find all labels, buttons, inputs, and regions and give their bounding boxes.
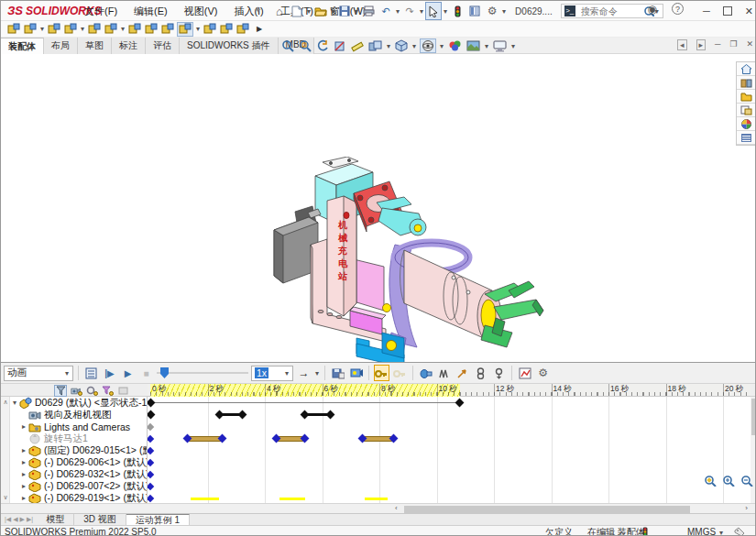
tree-item[interactable]: ▸Lights and Cameras [19,421,130,432]
hide-show-dropdown[interactable]: ▾ [387,42,390,50]
key-point[interactable] [148,410,155,420]
results-plots-button[interactable] [517,365,532,381]
highlight-bar[interactable] [191,498,219,500]
open-button[interactable] [312,2,329,20]
key-point[interactable] [148,422,154,430]
home-button[interactable]: ⌂ [271,2,288,20]
tool-插入零部件[interactable] [23,22,38,37]
design-library-icon[interactable] [737,76,756,90]
key-point[interactable] [326,410,335,420]
edit-appearance-icon[interactable] [447,38,463,53]
study-type-select[interactable]: 动画▾ [4,366,73,381]
redo-dropdown[interactable]: ▾ [420,7,423,16]
options-dropdown[interactable]: ▾ [502,7,506,16]
key-point[interactable] [148,434,154,442]
window-close-icon[interactable]: ✕ [747,39,754,50]
view-orientation-icon[interactable] [394,38,409,53]
window-previous-icon[interactable]: ◂ [677,39,687,50]
tree-expander-icon[interactable]: ▸ [19,470,28,478]
add-key-button[interactable] [392,365,408,381]
slider-thumb[interactable] [160,367,169,378]
tree-item[interactable]: ▸(固定) D0629-015<1> (默 [19,444,148,456]
display-style-icon[interactable] [420,38,436,53]
doc-tab-运动算例 1[interactable]: 运动算例 1 [126,514,190,525]
account-icon[interactable]: ◉ [648,3,657,16]
select-tool-button[interactable] [425,2,442,20]
print-button[interactable] [360,2,377,20]
file-explorer-icon[interactable] [737,90,756,104]
tree-expander-icon[interactable]: ▸ [19,446,28,454]
key-point[interactable] [237,410,247,420]
play-from-start-button[interactable]: |▶ [102,365,117,381]
tool-dropdown-移动零部件[interactable]: ▾ [121,25,125,33]
tree-expander-icon[interactable]: ▸ [19,494,28,502]
display-style-dropdown[interactable]: ▾ [440,42,444,50]
timeline-scroll-thumb[interactable] [404,506,690,513]
tree-item[interactable]: ▸(-) D0629-019<1> (默认) [19,492,148,503]
timeline-scroll-right-icon[interactable]: › [745,504,748,512]
status-units[interactable]: MMGS ▾ [687,526,724,536]
tree-expander-icon[interactable]: ▾ [10,399,19,407]
motor-button[interactable] [418,365,433,381]
tool-干涉检查[interactable] [203,22,217,37]
calculate-button[interactable] [83,365,99,381]
tree-scroll-down-icon[interactable]: ∨ [1,494,10,501]
assembly-model[interactable]: 机械充电站 [265,157,560,362]
timeline-zoom-out-icon[interactable] [740,474,753,490]
zoom-area-icon[interactable] [298,38,312,53]
tree-item[interactable]: 视向及相机视图 [19,409,112,421]
menu-编辑(E)[interactable]: 编辑(E) [126,1,176,21]
tree-item[interactable]: ▸(-) D0629-032<1> (默认) [19,468,148,480]
appearances-scenes-icon[interactable] [737,117,756,131]
tree-expander-icon[interactable]: ▸ [19,458,28,466]
tool-配合[interactable] [47,22,61,37]
autokey-button[interactable] [374,365,389,381]
playback-slider[interactable] [157,366,248,379]
tool-爆炸视图[interactable] [236,22,250,37]
timeline-ruler[interactable]: 0 秒2 秒4 秒6 秒8 秒10 秒12 秒14 秒16 秒18 秒20 秒 [148,384,751,397]
undo-dropdown[interactable]: ▾ [396,7,400,16]
tab-草图[interactable]: 草图 [78,38,112,54]
filter-results-icon[interactable] [116,385,129,397]
graphics-area[interactable]: 机械充电站 [1,54,756,362]
menu-插入(I)[interactable]: 插入(I) [225,1,271,21]
tree-item[interactable]: 旋转马达1 [19,432,88,444]
close-button[interactable]: ✕ [745,5,753,17]
tool-编辑零部件[interactable] [6,22,21,37]
tool-新建运动算例[interactable] [177,22,193,37]
window-minimize-icon[interactable]: ─ [715,39,720,50]
measure-icon[interactable] [350,38,365,53]
playback-speed-select[interactable]: 1x▾ [251,366,293,381]
toolbar-flyout-icon[interactable]: ▶ [256,22,263,37]
window-restore-icon[interactable]: ❐ [729,39,737,50]
pin-menu-icon[interactable]: ✦ [254,5,261,15]
highlight-bar[interactable] [279,498,305,500]
tool-装配体特征[interactable] [144,22,159,37]
save-dropdown[interactable]: ▾ [355,7,358,16]
key-point[interactable] [148,482,154,489]
key-point[interactable] [148,399,155,408]
timeline-zoom-in-icon[interactable] [722,474,735,490]
apply-scene-dropdown[interactable]: ▾ [485,42,488,50]
menu-视图(V)[interactable]: 视图(V) [176,1,226,21]
filter-driving-icon[interactable] [85,385,98,397]
key-point[interactable] [389,434,399,443]
tree-scroll-up-icon[interactable]: ∧ [1,399,10,406]
menu-文件(F)[interactable]: 文件(F) [76,1,126,21]
custom-properties-icon[interactable] [737,131,756,145]
tool-参考几何体[interactable] [160,22,175,37]
apply-scene-icon[interactable] [466,38,481,53]
tool-线性零部件阵列[interactable] [63,22,78,37]
timeline-zoom-fit-icon[interactable] [704,474,717,490]
section-view-icon[interactable] [333,38,347,53]
gravity-button[interactable] [491,365,507,381]
doc-tab-3D 视图[interactable]: 3D 视图 [74,514,126,525]
view-palette-icon[interactable] [737,104,756,117]
tree-expander-icon[interactable]: ▸ [19,422,28,431]
force-button[interactable] [455,365,470,381]
key-point[interactable] [148,470,154,477]
search-input[interactable] [579,5,643,17]
timeline-panel[interactable]: 0 秒2 秒4 秒6 秒8 秒10 秒12 秒14 秒16 秒18 秒20 秒 [148,384,751,503]
filter-animated-icon[interactable] [70,385,82,397]
key-point[interactable] [301,434,310,443]
